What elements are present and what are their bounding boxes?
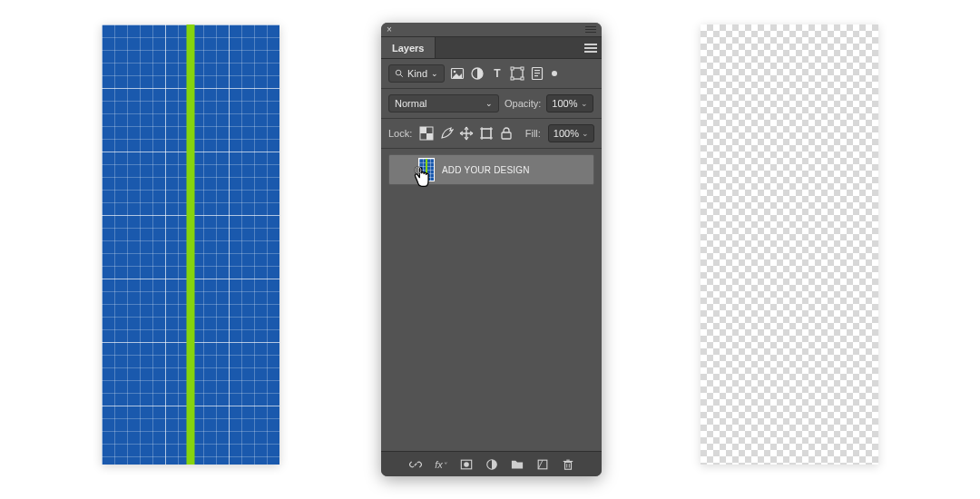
layers-panel: × Layers Kind ⌄ T Normal [381,23,602,476]
filter-adjust-icon[interactable] [470,66,485,81]
panel-bottom-bar: fx˅ [381,451,602,476]
lock-transparency-icon[interactable] [419,126,434,141]
svg-rect-29 [564,462,571,469]
panel-titlebar[interactable]: × [381,23,602,37]
svg-point-26 [464,462,469,467]
search-icon [395,69,404,78]
svg-point-3 [454,71,456,73]
lock-position-icon[interactable] [459,126,474,141]
lock-all-icon[interactable] [499,126,514,141]
chevron-down-icon: ⌄ [582,129,589,138]
lock-row: Lock: Fill: 100% ⌄ [381,119,602,149]
tab-layers[interactable]: Layers [381,37,436,58]
layer-name: ADD YOUR DESIGN [442,165,530,175]
svg-rect-13 [534,75,538,76]
transparent-canvas [701,24,878,465]
chevron-down-icon: ⌄ [431,69,438,78]
svg-rect-8 [511,77,514,80]
svg-rect-15 [420,127,426,133]
blend-row: Normal ⌄ Opacity: 100% ⌄ [381,89,602,119]
layer-mask-icon[interactable] [460,458,473,471]
filter-shape-icon[interactable] [510,66,524,81]
fill-input[interactable]: 100% ⌄ [548,124,594,142]
svg-rect-28 [538,460,547,469]
cursor-hand-icon [413,163,436,189]
blend-mode-label: Normal [395,98,426,109]
lock-image-icon[interactable] [439,126,454,141]
fill-label: Fill: [525,128,541,139]
filter-kind-label: Kind [407,68,427,79]
svg-rect-9 [521,77,524,80]
lock-label: Lock: [388,128,412,139]
svg-rect-16 [426,133,433,140]
layer-fx-icon[interactable]: fx˅ [435,458,447,471]
filter-toggle-icon[interactable] [552,71,557,76]
opacity-input[interactable]: 100% ⌄ [546,94,593,113]
layer-item[interactable]: ADD YOUR DESIGN [388,154,594,185]
opacity-label: Opacity: [505,98,541,109]
link-layers-icon[interactable] [409,458,422,471]
chevron-down-icon: ⌄ [581,99,588,108]
blueprint-canvas [102,24,279,465]
adjustment-layer-icon[interactable] [485,458,498,471]
chevron-down-icon: ⌄ [485,99,493,108]
svg-rect-11 [534,70,540,71]
trash-icon[interactable] [562,458,574,471]
blueprint-center-stripe [187,24,195,465]
svg-rect-12 [534,73,540,73]
filter-type-icon[interactable]: T [490,66,505,81]
new-layer-icon[interactable] [536,458,549,471]
layer-filter-row: Kind ⌄ T [381,59,602,89]
panel-tabs: Layers [381,37,602,59]
panel-grip-icon[interactable] [585,26,596,34]
lock-artboard-icon[interactable] [479,126,494,141]
svg-rect-6 [511,67,514,70]
tab-layers-label: Layers [392,43,424,54]
svg-rect-22 [502,132,511,139]
svg-rect-17 [482,129,491,138]
fill-value: 100% [554,128,579,139]
filter-kind-select[interactable]: Kind ⌄ [388,64,445,83]
filter-smart-icon[interactable] [530,66,544,81]
panel-menu-icon[interactable] [580,37,602,58]
filter-pixel-icon[interactable] [450,66,465,81]
svg-point-0 [396,70,401,75]
svg-rect-7 [521,67,524,70]
close-icon[interactable]: × [387,24,392,34]
svg-line-1 [400,74,403,77]
blend-mode-select[interactable]: Normal ⌄ [388,94,499,113]
opacity-value: 100% [552,98,577,109]
group-icon[interactable] [511,458,524,471]
